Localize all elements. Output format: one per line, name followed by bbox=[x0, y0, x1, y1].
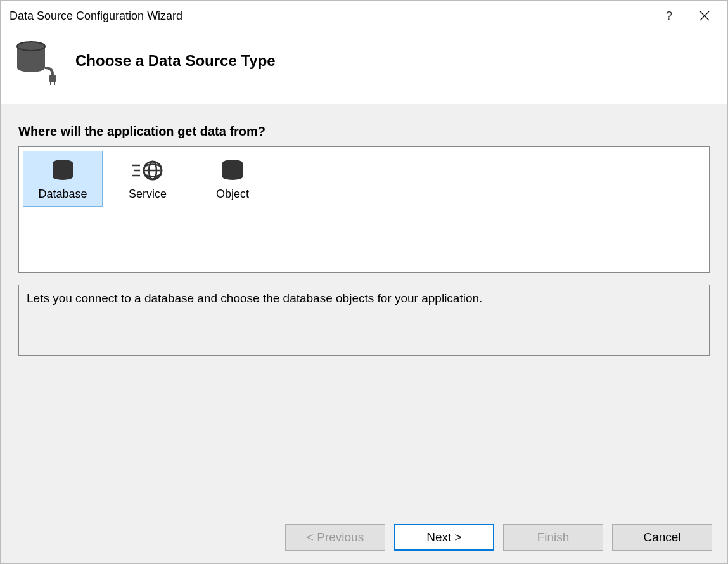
wizard-footer: < Previous Next > Finish Cancel bbox=[1, 515, 727, 563]
svg-point-20 bbox=[222, 174, 243, 180]
titlebar-buttons: ? bbox=[651, 3, 722, 29]
wizard-header-icon bbox=[11, 36, 60, 86]
svg-point-11 bbox=[53, 174, 73, 180]
wizard-content: Where will the application get data from… bbox=[1, 104, 727, 515]
description-box: Lets you connect to a database and choos… bbox=[18, 285, 710, 356]
window-title: Data Source Configuration Wizard bbox=[10, 10, 651, 23]
titlebar: Data Source Configuration Wizard ? bbox=[1, 1, 727, 31]
svg-rect-6 bbox=[49, 75, 56, 82]
close-icon bbox=[699, 11, 710, 21]
source-item-service[interactable]: Service bbox=[108, 151, 188, 207]
svg-point-4 bbox=[17, 63, 45, 72]
finish-button: Finish bbox=[503, 524, 603, 551]
close-button[interactable] bbox=[687, 3, 722, 29]
previous-button: < Previous bbox=[285, 524, 385, 551]
database-plug-icon bbox=[11, 36, 60, 86]
wizard-header: Choose a Data Source Type bbox=[1, 31, 727, 104]
source-type-list: Database Service bbox=[18, 146, 710, 273]
source-label: Database bbox=[38, 188, 87, 201]
source-item-object[interactable]: Object bbox=[193, 151, 272, 207]
source-label: Service bbox=[129, 188, 167, 201]
next-button[interactable]: Next > bbox=[394, 524, 494, 551]
help-button[interactable]: ? bbox=[651, 3, 687, 29]
prompt-text: Where will the application get data from… bbox=[18, 124, 710, 139]
cancel-button[interactable]: Cancel bbox=[612, 524, 712, 551]
database-icon bbox=[50, 157, 75, 184]
object-icon bbox=[220, 157, 245, 184]
service-icon bbox=[130, 157, 165, 184]
wizard-header-title: Choose a Data Source Type bbox=[75, 52, 276, 70]
source-label: Object bbox=[216, 188, 249, 201]
source-item-database[interactable]: Database bbox=[23, 151, 103, 207]
